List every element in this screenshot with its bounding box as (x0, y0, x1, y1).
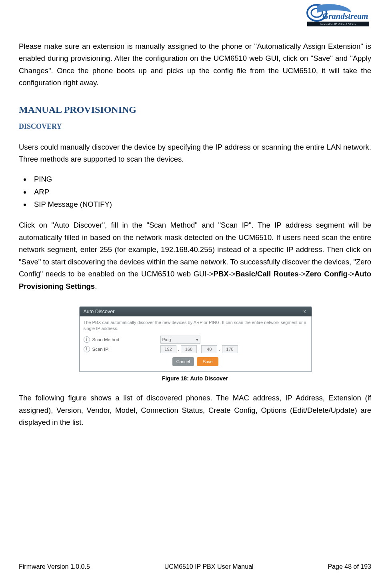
list-item: SIP Message (NOTIFY) (31, 198, 371, 210)
figure-caption: Figure 18: Auto Discover (19, 375, 371, 382)
footer-left: Firmware Version 1.0.0.5 (19, 563, 90, 570)
scan-methods-list: PING ARP SIP Message (NOTIFY) (20, 173, 371, 210)
dialog-title: Auto Discover (84, 309, 115, 314)
ip-octet-2[interactable]: 168 (181, 345, 197, 353)
ip-octet-1[interactable]: 192 (160, 345, 176, 353)
list-item: PING (31, 173, 371, 185)
intro-paragraph: Please make sure an extension is manuall… (19, 40, 371, 89)
scan-ip-label: Scan IP: (92, 347, 160, 352)
ip-octet-3[interactable]: 40 (201, 345, 217, 353)
scan-method-label: Scan Method: (92, 337, 160, 342)
save-button[interactable]: Save (197, 357, 218, 366)
svg-text:Innovative IP Voice & Video: Innovative IP Voice & Video (320, 22, 356, 26)
brand-logo: Grandstream Innovative IP Voice & Video (303, 4, 371, 28)
footer-right: Page 48 of 193 (328, 563, 371, 570)
chevron-down-icon: ▾ (196, 336, 198, 343)
info-icon: i (84, 336, 90, 343)
scan-method-select[interactable]: Ping ▾ (160, 336, 200, 344)
page-footer: Firmware Version 1.0.0.5 UCM6510 IP PBX … (19, 563, 371, 570)
close-icon[interactable]: x (302, 309, 308, 314)
cancel-button[interactable]: Cancel (172, 357, 194, 366)
list-item: ARP (31, 186, 371, 198)
heading-manual-provisioning: MANUAL PROVISIONING (19, 104, 371, 115)
svg-text:Grandstream: Grandstream (322, 11, 368, 21)
ip-octet-4[interactable]: 178 (222, 345, 238, 353)
click-paragraph: Click on "Auto Discover", fill in the "S… (19, 219, 371, 292)
auto-discover-figure: Auto Discover x The PBX can automaticall… (79, 306, 311, 372)
discovery-paragraph: Users could manually discover the device… (19, 141, 371, 166)
footer-center: UCM6510 IP PBX User Manual (164, 563, 254, 570)
dialog-hint: The PBX can automatically discover the n… (84, 320, 308, 332)
info-icon: i (84, 346, 90, 352)
heading-discovery: DISCOVERY (19, 122, 371, 131)
following-paragraph: The following figure shows a list of dis… (19, 392, 371, 429)
